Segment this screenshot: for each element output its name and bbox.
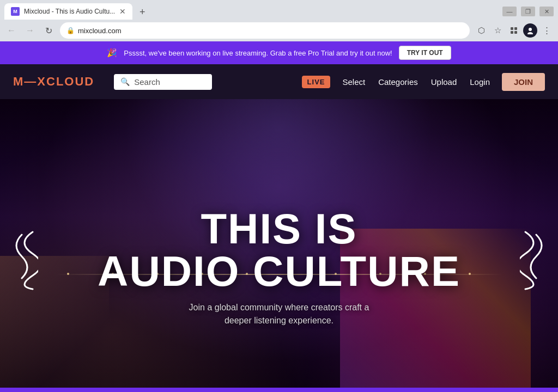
new-tab-button[interactable]: + — [135, 4, 150, 20]
lock-icon: 🔒 — [66, 27, 75, 34]
menu-icon[interactable]: ⋮ — [539, 23, 554, 38]
hero-section: THIS IS AUDIO CULTURE Join a global comm… — [0, 99, 558, 392]
tab-favicon: M — [11, 7, 20, 16]
svg-point-4 — [529, 28, 532, 31]
close-button[interactable]: ✕ — [539, 7, 554, 16]
url-text: mixcloud.com — [78, 27, 463, 35]
website-content: 🎉 Psssst, we've been working on live str… — [0, 41, 558, 392]
hero-title: THIS IS AUDIO CULTURE — [98, 207, 460, 292]
hero-title-line1: THIS IS — [98, 207, 460, 250]
search-input[interactable]: Search — [134, 77, 160, 87]
tab-title: Mixcloud - This is Audio Cultu... — [24, 8, 115, 15]
browser-chrome: M Mixcloud - This is Audio Cultu... ✕ + … — [0, 0, 558, 41]
svg-point-5 — [527, 32, 533, 34]
try-it-out-button[interactable]: TRY IT OUT — [399, 46, 451, 60]
forward-button[interactable]: → — [23, 23, 37, 38]
search-icon: 🔍 — [120, 77, 130, 86]
back-button[interactable]: ← — [4, 23, 19, 38]
categories-link[interactable]: Categories — [377, 75, 419, 89]
browser-tabs: M Mixcloud - This is Audio Cultu... ✕ + — [4, 3, 502, 20]
svg-rect-1 — [514, 27, 517, 30]
select-link[interactable]: Select — [341, 75, 366, 89]
browser-toolbar: ← → ↻ 🔒 mixcloud.com ⬡ ☆ — [0, 20, 558, 41]
svg-rect-3 — [514, 31, 517, 34]
hero-subtitle: Join a global community where creators c… — [98, 301, 460, 327]
bookmark-icon[interactable]: ☆ — [490, 23, 505, 38]
svg-rect-0 — [511, 27, 513, 30]
logo[interactable]: M—XCLOUD — [13, 75, 94, 89]
forward-icon: → — [26, 26, 34, 35]
hero-title-line2: AUDIO CULTURE — [98, 250, 460, 292]
reload-icon: ↻ — [45, 26, 52, 36]
live-badge[interactable]: LIVE — [302, 76, 331, 88]
wave-right-decoration — [520, 226, 553, 294]
extensions-icon[interactable] — [507, 23, 521, 38]
login-link[interactable]: Login — [469, 75, 491, 89]
logo-text: M—XCLOUD — [13, 75, 94, 89]
join-button[interactable]: JOIN — [502, 73, 545, 91]
browser-titlebar: M Mixcloud - This is Audio Cultu... ✕ + … — [0, 0, 558, 20]
promo-banner: 🎉 Psssst, we've been working on live str… — [0, 41, 558, 64]
active-tab[interactable]: M Mixcloud - This is Audio Cultu... ✕ — [4, 3, 132, 20]
upload-link[interactable]: Upload — [430, 75, 458, 89]
toolbar-icons: ⬡ ☆ ⋮ — [474, 23, 554, 38]
profile-icon[interactable] — [523, 23, 537, 38]
search-bar[interactable]: 🔍 Search — [114, 74, 212, 90]
minimize-button[interactable]: — — [502, 7, 517, 16]
light-dot-1 — [67, 273, 69, 275]
tab-close-icon[interactable]: ✕ — [119, 7, 126, 16]
main-nav: M—XCLOUD 🔍 Search LIVE Select Categories… — [0, 64, 558, 99]
promo-emoji: 🎉 — [107, 48, 117, 58]
bottom-purple-bar — [0, 388, 558, 392]
svg-rect-2 — [511, 31, 513, 34]
hero-subtitle-line2: deeper listening experience. — [225, 316, 333, 325]
hero-content: THIS IS AUDIO CULTURE Join a global comm… — [87, 207, 471, 327]
promo-banner-text: Psssst, we've been working on live strea… — [124, 49, 392, 57]
address-bar[interactable]: 🔒 mixcloud.com — [60, 22, 470, 39]
back-icon: ← — [7, 26, 16, 35]
reload-button[interactable]: ↻ — [41, 23, 56, 38]
maximize-button[interactable]: ❐ — [521, 7, 535, 16]
cast-icon[interactable]: ⬡ — [474, 23, 488, 38]
wave-left-decoration — [5, 226, 38, 294]
hero-subtitle-line1: Join a global community where creators c… — [189, 303, 369, 312]
window-controls: — ❐ ✕ — [502, 7, 554, 16]
